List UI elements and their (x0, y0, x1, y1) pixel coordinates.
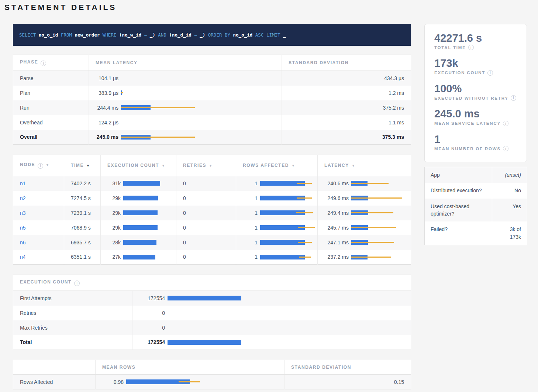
execution-value-cell: 172554 (132, 335, 411, 350)
execution-count-cell-value: 29k (107, 195, 121, 201)
node-link[interactable]: n6 (20, 240, 26, 245)
info-icon[interactable]: i (503, 146, 508, 151)
sql-token: = (141, 32, 147, 38)
retries-column-header[interactable]: RETRIES▼ (176, 155, 236, 176)
execution-count-bar (168, 340, 241, 345)
rows-affected-column-header[interactable]: ROWS AFFECTED▼ (236, 155, 318, 176)
node-cell: n6 (13, 235, 64, 250)
mean-latency-cell: 383.9 µs (89, 86, 282, 100)
info-icon[interactable]: i (41, 61, 46, 66)
rows-affected-row: Rows Affected0.980.15 (13, 375, 411, 389)
execution-count-row: Total172554 (13, 335, 411, 350)
time-cell: 7274.5 s (64, 191, 101, 206)
bar-deviation-line (299, 257, 311, 258)
info-icon[interactable]: i (74, 281, 80, 286)
sql-token: ASC (252, 32, 263, 38)
app-detail-value-cell: 3k of 173k (492, 221, 527, 245)
side-column: 42271.6 sTOTAL TIMEi173kEXECUTION COUNTi… (424, 24, 527, 389)
time-column-header[interactable]: TIME▼ (64, 155, 101, 176)
mean-latency-cell-value: 104.1 µs (96, 75, 118, 81)
node-link[interactable]: n1 (20, 180, 26, 186)
standard-deviation-cell: 0.15 (284, 375, 411, 389)
node-link[interactable]: n4 (20, 254, 26, 260)
summary-stat: 100%EXECUTED WITHOUT RETRYi (434, 83, 517, 101)
execution-count-bar (123, 210, 158, 215)
sort-arrow-icon[interactable]: ▼ (209, 164, 212, 168)
execution-count-cell: 29k (101, 191, 176, 206)
stat-value: 1 (434, 134, 517, 145)
info-icon[interactable]: i (503, 121, 508, 126)
rows-affected-bar (260, 225, 315, 230)
execution-value-cell: 0 (132, 306, 411, 320)
time-cell: 7402.2 s (64, 176, 101, 191)
sql-token: FROM (58, 32, 72, 38)
sql-token: _) (197, 32, 206, 38)
info-icon[interactable]: i (487, 70, 493, 76)
sql-token: LIMIT (263, 32, 280, 38)
phase-table-row: Overall245.0 ms375.3 ms (13, 130, 411, 145)
sort-arrow-icon[interactable]: ▼ (46, 163, 49, 167)
stat-value: 42271.6 s (434, 32, 517, 44)
stat-label-text: MEAN NUMBER OF ROWS (434, 147, 501, 151)
standard-deviation-column-header[interactable]: STANDARD DEVIATION (282, 55, 411, 71)
info-icon[interactable]: i (511, 95, 516, 101)
node-stats-table: NODEi▼ TIME▼ EXECUTION COUNT▼ RETRIES▼ R… (13, 155, 411, 265)
rows-affected-bar (260, 255, 311, 259)
sql-token: no_o_id (230, 32, 252, 38)
bar-deviation-line (121, 137, 195, 138)
standard-deviation-column-header: STANDARD DEVIATION (284, 360, 411, 375)
info-icon[interactable]: i (38, 163, 43, 169)
retries-cell: 0 (176, 220, 236, 235)
sort-arrow-icon[interactable]: ▼ (352, 164, 355, 168)
execution-label-cell: First Attempts (13, 291, 132, 306)
rows-affected-label-cell: Rows Affected (13, 375, 96, 389)
mean-latency-column-header[interactable]: MEAN LATENCY (89, 55, 282, 71)
mean-latency-cell: 245.0 ms (89, 130, 282, 145)
bar-deviation-line (297, 197, 312, 199)
latency-column-header[interactable]: LATENCY▼ (318, 155, 411, 176)
node-link[interactable]: n5 (20, 225, 26, 231)
bar-blue-segment (123, 225, 158, 230)
phase-table-row: Overhead124.2 µs1.1 ms (13, 115, 411, 130)
stat-value: 245.0 ms (434, 108, 517, 119)
node-table-header-row: NODEi▼ TIME▼ EXECUTION COUNT▼ RETRIES▼ R… (13, 155, 411, 176)
bar-blue-segment (123, 240, 156, 245)
execution-count-row: Max Retries0 (13, 320, 411, 335)
node-link[interactable]: n2 (20, 195, 26, 201)
retries-cell: 0 (176, 250, 236, 265)
execution-count-column-header[interactable]: EXECUTION COUNT▼ (101, 155, 176, 176)
execution-value-cell-value: 0 (139, 310, 165, 316)
latency-cell-value: 245.7 ms (324, 225, 349, 231)
sort-arrow-icon[interactable]: ▼ (292, 164, 295, 168)
info-icon[interactable]: i (468, 45, 474, 50)
latency-bar (121, 105, 195, 110)
rows-affected-cell-value: 1 (243, 180, 258, 186)
sql-token: (no_w_id (116, 32, 141, 38)
execution-count-row: First Attempts172554 (13, 291, 411, 306)
node-link[interactable]: n3 (20, 210, 26, 216)
execution-count-cell-value: 28k (107, 240, 121, 245)
sql-token: new_order (72, 32, 100, 38)
sort-arrow-icon[interactable]: ▼ (86, 164, 90, 168)
app-detail-row: Distributed execution?No (425, 183, 527, 198)
node-header-label: NODE (20, 162, 35, 167)
phase-column-header[interactable]: PHASEi (13, 55, 89, 71)
rows-affected-cell-value: 1 (243, 240, 258, 245)
latency-cell: 240.6 ms (318, 176, 411, 191)
node-column-header[interactable]: NODEi▼ (13, 155, 64, 176)
execution-count-bar (123, 225, 158, 230)
latency-cell: 249.6 ms (318, 191, 411, 206)
node-table-row: n46351.1 s27k01237.2 ms (13, 250, 411, 265)
app-detail-value-cell: No (492, 183, 527, 198)
mean-latency-cell-value: 124.2 µs (96, 120, 118, 125)
bar-blue-segment (123, 255, 155, 259)
phase-name-cell: Overall (13, 130, 89, 145)
retries-cell: 0 (176, 206, 236, 220)
sort-arrow-icon[interactable]: ▼ (162, 164, 165, 168)
latency-cell: 237.2 ms (318, 250, 411, 265)
bar-blue-segment (123, 210, 158, 215)
app-detail-value-cell: (unset) (492, 167, 527, 183)
mean-latency-cell-value: 245.0 ms (96, 134, 118, 140)
retries-header-label: RETRIES (183, 163, 206, 168)
bar-blue-segment (123, 181, 160, 186)
